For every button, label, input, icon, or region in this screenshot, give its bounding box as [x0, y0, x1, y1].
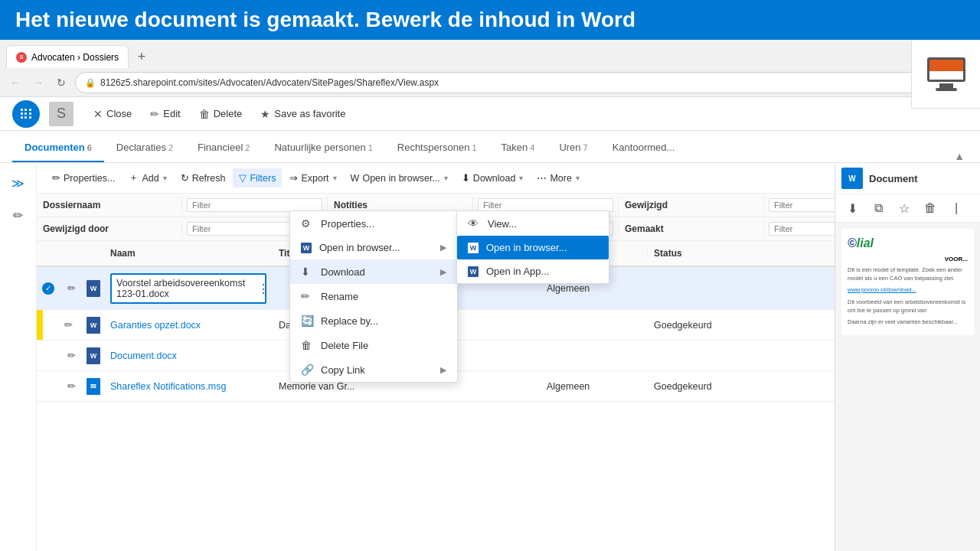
sub-ctx-open-in-app[interactable]: W Open in App...: [457, 259, 609, 283]
view-sub-icon: 👁: [468, 217, 480, 230]
refresh-list-button[interactable]: ↻ Refresh: [175, 168, 232, 187]
row1-type: W: [83, 280, 104, 297]
download-button[interactable]: ⬇ Download ▾: [456, 168, 530, 187]
rp-delete-btn[interactable]: 🗑: [920, 197, 941, 219]
more-chevron-icon: ▾: [576, 174, 580, 182]
gemaakt-filter-input[interactable]: [769, 222, 835, 236]
rp-copy-btn[interactable]: ⧉: [867, 197, 889, 219]
forward-button[interactable]: →: [29, 73, 47, 92]
word-sub-icon: W: [468, 243, 479, 253]
tab-financieel[interactable]: Financieel2: [185, 134, 262, 162]
filter-label-gemaakt: Gemaakt: [619, 220, 764, 237]
ctx-open-in-browser[interactable]: W Open in browser... ▶: [290, 236, 457, 259]
ctx-properties[interactable]: ⚙ Properties...: [290, 211, 457, 236]
filters-button[interactable]: ▽ Filters: [233, 168, 282, 187]
col-naam-header[interactable]: Naam: [104, 248, 273, 259]
new-tab-button[interactable]: +: [132, 47, 152, 67]
word-icon: W: [87, 280, 100, 297]
refresh-icon: ↻: [181, 172, 189, 184]
row4-omschrijving: [387, 383, 541, 390]
rp-star-btn[interactable]: ☆: [893, 197, 915, 219]
ctx-rename[interactable]: ✏ Rename: [290, 284, 457, 308]
tab-natuurlijke-personen[interactable]: Natuurlijke personen1: [262, 134, 384, 162]
row2-indicator: [37, 310, 43, 340]
add-button[interactable]: ＋ Add ▾: [122, 168, 172, 188]
sidebar-edit-icon[interactable]: ✏: [5, 201, 32, 229]
preview-text2: Dit voorbeeld van een arbeidsovereenkoms…: [848, 298, 968, 315]
notification-bar: Het nieuwe document is gemaakt. Bewerk d…: [0, 0, 980, 40]
monitor-base: [936, 88, 957, 91]
checked-icon: ✓: [42, 282, 54, 295]
add-icon: ＋: [129, 171, 139, 184]
edit-pencil-icon: ✏: [67, 282, 76, 294]
add-chevron-icon: ▾: [163, 174, 167, 182]
row4-status: Goedgekeurd: [648, 378, 740, 395]
ctx-replace-by[interactable]: 🔄 Replace by...: [290, 308, 457, 333]
open-browser-chevron-icon: ▾: [444, 174, 448, 182]
tab-kantoormed[interactable]: Kantoormed...: [600, 134, 688, 162]
list-area: ✏ Properties... ＋ Add ▾ ↻ Refresh ▽ Filt…: [37, 163, 835, 551]
row3-naam[interactable]: Document.docx: [104, 347, 273, 364]
preview-link: www.pooroo.nl/download...: [848, 286, 968, 293]
gewijzigd-filter-input[interactable]: [769, 198, 835, 212]
row2-naam[interactable]: Garanties opzet.docx: [104, 317, 273, 334]
tab-declaraties[interactable]: Declaraties2: [104, 134, 185, 162]
row1-checkbox[interactable]: ✓: [37, 282, 60, 295]
row3-edit[interactable]: ✏: [60, 350, 83, 361]
address-bar-row: ← → ↻ 🔒 8126z5.sharepoint.com/sites/Advo…: [0, 69, 980, 96]
file-name-selected: Voorstel arbeidsovereenkomst 123-01.docx: [110, 273, 266, 304]
row1-naam[interactable]: Voorstel arbeidsovereenkomst 123-01.docx…: [104, 270, 273, 307]
more-icon: ⋯: [537, 172, 547, 184]
address-text: 8126z5.sharepoint.com/sites/Advocaten/Ad…: [100, 77, 439, 88]
tab-uren[interactable]: Uren7: [547, 134, 599, 162]
word-icon: W: [87, 347, 100, 364]
edit-button[interactable]: ✏ Edit: [142, 103, 188, 125]
address-box[interactable]: 🔒 8126z5.sharepoint.com/sites/Advocaten/…: [75, 72, 974, 93]
save-favorite-button[interactable]: ★ Save as favorite: [253, 103, 353, 125]
row4-edit[interactable]: ✏: [60, 380, 83, 392]
download-sub-arrow: ▶: [440, 267, 446, 277]
tab-label: Advocaten › Dossiers: [31, 52, 119, 63]
row2-soort: [541, 322, 648, 328]
row2-edit[interactable]: ✏: [54, 319, 83, 331]
sidebar-expand-button[interactable]: ≫: [5, 169, 32, 197]
refresh-button[interactable]: ↻: [52, 73, 70, 92]
browser-tab[interactable]: S Advocaten › Dossiers: [6, 45, 129, 68]
delete-button[interactable]: 🗑 Delete: [191, 103, 250, 125]
rp-download-btn[interactable]: ⬇: [841, 197, 863, 219]
tabs-scroll-up[interactable]: ▲: [954, 150, 968, 162]
word-icon: W: [87, 317, 100, 334]
tab-documenten[interactable]: Documenten6: [12, 134, 104, 162]
rp-word-icon[interactable]: W: [841, 168, 863, 189]
row1-ellipsis-button[interactable]: ⋮: [257, 281, 270, 295]
preview-document: ©lial VOOR... Dit is een model of templa…: [841, 229, 974, 335]
download-ctx-icon: ⬇: [301, 266, 313, 278]
sub-ctx-view[interactable]: 👁 View...: [457, 211, 609, 236]
sub-ctx-open-in-browser[interactable]: W Open in browser...: [457, 236, 609, 259]
properties-button[interactable]: ✏ Properties...: [46, 168, 121, 187]
edit-icon: ✏: [150, 108, 159, 120]
row4-naam[interactable]: Shareflex Notifications.msg: [104, 378, 273, 395]
star-icon: ★: [260, 108, 270, 120]
ctx-copy-link[interactable]: 🔗 Copy Link ▶: [290, 357, 457, 382]
apps-button[interactable]: [12, 100, 40, 128]
sp-toolbar: S ✕ Close ✏ Edit 🗑 Delete ★ Save as favo…: [0, 97, 980, 131]
export-button[interactable]: ⇒ Export ▾: [283, 168, 342, 187]
tab-taken[interactable]: Taken4: [489, 134, 547, 162]
col-status-header[interactable]: Status: [648, 248, 740, 259]
edit-pencil-icon: ✏: [64, 319, 73, 331]
tab-rechtspersonen[interactable]: Rechtspersonen1: [385, 134, 489, 162]
sub-context-menu: 👁 View... W Open in browser... W Open in…: [456, 210, 609, 284]
rp-more-btn[interactable]: |: [946, 197, 967, 219]
open-in-browser-button[interactable]: W Open in browser... ▾: [345, 169, 454, 187]
filter-input-gewijzigd[interactable]: [764, 196, 835, 214]
row1-status: [648, 285, 740, 292]
row1-edit[interactable]: ✏: [60, 282, 83, 294]
close-button[interactable]: ✕ Close: [86, 103, 139, 125]
more-button[interactable]: ⋯ More ▾: [531, 168, 585, 187]
row3-status: [648, 353, 740, 359]
ctx-download[interactable]: ⬇ Download ▶: [290, 259, 457, 284]
edit-pencil-icon: ✏: [67, 380, 76, 392]
back-button[interactable]: ←: [6, 73, 24, 92]
ctx-delete-file[interactable]: 🗑 Delete File: [290, 333, 457, 357]
